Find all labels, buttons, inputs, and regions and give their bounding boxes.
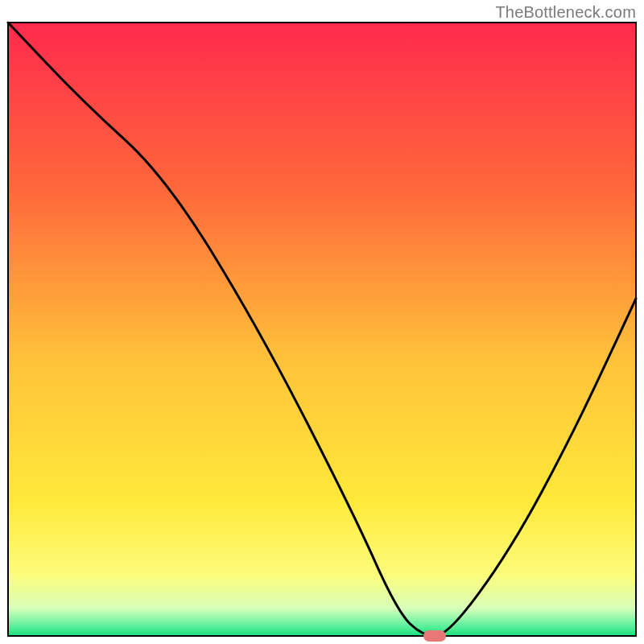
watermark-text: TheBottleneck.com: [495, 3, 636, 22]
bottleneck-chart: [0, 0, 644, 644]
optimal-point-marker: [423, 630, 446, 642]
chart-canvas: TheBottleneck.com: [0, 0, 644, 644]
svg-rect-0: [8, 23, 636, 636]
